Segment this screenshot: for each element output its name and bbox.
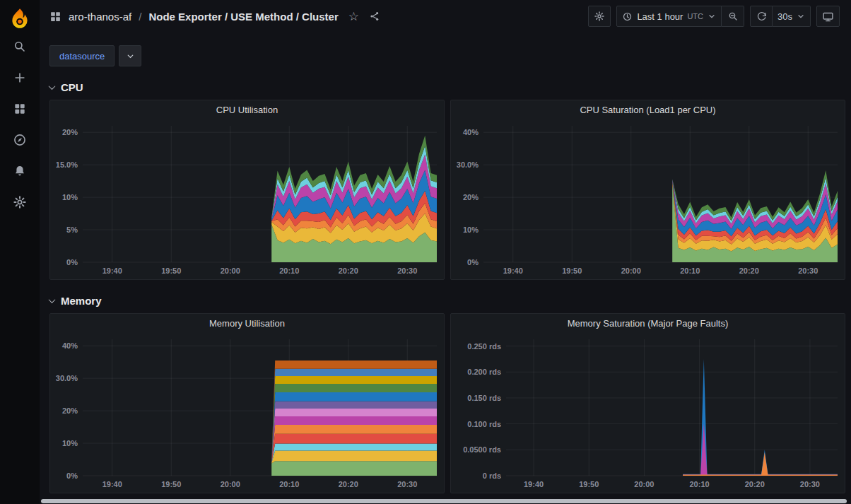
submenu: datasource [40,33,851,66]
svg-text:40%: 40% [463,128,479,136]
svg-text:19:40: 19:40 [102,266,122,275]
svg-text:10%: 10% [62,439,78,447]
search-icon [13,40,27,54]
time-range-label: Last 1 hour [637,11,683,22]
grafana-logo[interactable] [8,7,32,31]
svg-text:19:50: 19:50 [579,480,599,488]
dashboard-header: aro-thanos-af / Node Exporter / USE Meth… [40,0,851,33]
panel-title[interactable]: Memory Saturation (Major Page Faults) [451,314,845,334]
svg-text:20:00: 20:00 [634,480,654,488]
svg-text:19:40: 19:40 [102,480,122,488]
svg-text:20:20: 20:20 [739,266,759,275]
panel-cpu-utilisation: CPU Utilisation 19:4019:5020:0020:1020:2… [49,100,445,280]
cycle-view-mode-button[interactable] [816,6,840,27]
dashboards-button[interactable] [6,95,34,123]
search-button[interactable] [6,33,34,61]
star-icon[interactable]: ☆ [348,11,359,23]
breadcrumb-separator: / [139,11,141,23]
settings-gear-icon [13,195,27,209]
time-picker-group: Last 1 hour UTC [616,6,744,27]
svg-text:19:40: 19:40 [503,266,523,275]
memory-saturation-chart[interactable]: 19:4019:5020:0020:1020:2020:300 rds0.050… [451,334,845,493]
refresh-icon [756,11,767,22]
time-range-picker[interactable]: Last 1 hour UTC [616,6,722,27]
panel-title[interactable]: Memory Utilisation [50,314,444,334]
refresh-interval-label: 30s [777,11,792,22]
svg-text:0.150 rds: 0.150 rds [467,394,501,402]
chevron-down-icon [126,52,135,61]
horizontal-scrollbar[interactable] [41,499,847,503]
panel-title[interactable]: CPU Saturation (Load1 per CPU) [451,100,845,120]
breadcrumb-dashboard-title[interactable]: Node Exporter / USE Method / Cluster [148,11,338,23]
svg-text:20:10: 20:10 [690,480,710,488]
explore-button[interactable] [6,126,34,154]
refresh-interval-dropdown[interactable]: 30s [773,6,811,27]
svg-text:20:30: 20:30 [397,266,417,275]
alerting-bell-icon [13,164,27,178]
explore-compass-icon [13,133,27,147]
row-header-memory[interactable]: Memory [49,291,845,310]
svg-text:15.0%: 15.0% [56,160,78,169]
svg-text:19:50: 19:50 [161,266,181,275]
svg-text:19:40: 19:40 [524,480,544,488]
dashboard-settings-button[interactable] [588,6,611,27]
create-button[interactable] [6,64,34,92]
breadcrumb: aro-thanos-af / Node Exporter / USE Meth… [49,11,380,23]
configuration-button[interactable] [6,188,34,216]
breadcrumb-folder[interactable]: aro-thanos-af [69,11,131,23]
svg-text:20:20: 20:20 [339,480,358,488]
datasource-variable-button[interactable]: datasource [49,45,115,66]
svg-text:19:50: 19:50 [161,480,181,488]
svg-text:10%: 10% [463,225,479,234]
panel-title[interactable]: CPU Utilisation [50,100,444,120]
svg-text:40%: 40% [62,341,78,350]
chevron-down-icon [708,12,716,20]
magnifier-minus-icon [727,11,739,22]
svg-text:20:30: 20:30 [798,266,818,275]
alerting-button[interactable] [6,157,34,185]
refresh-group: 30s [750,6,811,27]
svg-text:0%: 0% [66,471,78,480]
panel-row-memory: Memory Utilisation 19:4019:5020:0020:102… [49,313,845,493]
svg-text:20:00: 20:00 [221,480,240,488]
row-header-cpu[interactable]: CPU [49,78,845,96]
plus-icon [13,71,27,85]
refresh-button[interactable] [750,6,773,27]
svg-text:30.0%: 30.0% [457,160,479,169]
dashboard-controls: Last 1 hour UTC [588,6,840,27]
share-icon[interactable] [369,11,380,22]
svg-text:0.200 rds: 0.200 rds [467,368,501,376]
cpu-saturation-chart[interactable]: 19:4019:5020:0020:1020:2020:300%10%20%30… [451,120,845,279]
panel-memory-utilisation: Memory Utilisation 19:4019:5020:0020:102… [49,313,445,493]
monitor-icon [822,11,834,23]
cpu-utilisation-chart[interactable]: 19:4019:5020:0020:1020:2020:300%5%10%15.… [50,120,444,279]
svg-text:0 rds: 0 rds [483,471,501,480]
svg-text:20:10: 20:10 [279,266,299,275]
svg-text:0%: 0% [66,258,78,266]
svg-text:20:00: 20:00 [621,266,641,275]
clock-icon [622,11,633,22]
svg-text:0.0500 rds: 0.0500 rds [463,445,501,454]
svg-text:30.0%: 30.0% [56,374,78,382]
svg-text:0%: 0% [467,258,479,266]
svg-text:20%: 20% [62,406,78,415]
sidebar [0,0,40,504]
svg-text:20%: 20% [463,193,479,201]
svg-text:20%: 20% [62,128,78,136]
svg-text:20:10: 20:10 [680,266,700,275]
panel-memory-saturation: Memory Saturation (Major Page Faults) 19… [450,313,845,493]
chevron-down-icon [49,83,56,90]
panel-cpu-saturation: CPU Saturation (Load1 per CPU) 19:4019:5… [450,100,845,280]
svg-text:10%: 10% [62,193,78,201]
row-title: CPU [61,81,83,93]
panel-row-cpu: CPU Utilisation 19:4019:5020:0020:1020:2… [49,100,845,280]
svg-text:19:50: 19:50 [562,266,582,275]
timezone-label: UTC [687,12,703,20]
chevron-down-icon [49,296,56,303]
dashboards-icon [13,102,27,116]
svg-text:20:10: 20:10 [279,480,299,488]
zoom-out-button[interactable] [722,6,744,27]
datasource-variable-dropdown[interactable] [119,45,141,66]
svg-text:20:00: 20:00 [221,266,240,275]
memory-utilisation-chart[interactable]: 19:4019:5020:0020:1020:2020:300%10%20%30… [50,334,444,493]
